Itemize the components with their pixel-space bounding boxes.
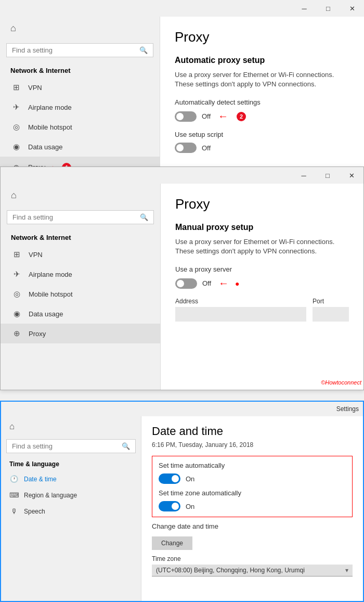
- sidebar-label-hotspot-top: Mobile hotspot: [28, 123, 72, 131]
- data-icon-mid: ◉: [11, 309, 22, 318]
- maximize-button-top[interactable]: □: [316, 0, 340, 17]
- close-button-mid[interactable]: ✕: [340, 167, 363, 184]
- vpn-icon-top: ⊞: [10, 83, 22, 92]
- auto-detect-slider: [175, 111, 197, 122]
- use-proxy-toggle[interactable]: [175, 278, 197, 289]
- search-input-top[interactable]: [12, 46, 139, 54]
- auto-time-label: Set time automatically: [159, 462, 346, 469]
- use-proxy-toggle-text: Off: [202, 279, 211, 287]
- auto-time-toggle-text: On: [186, 475, 194, 483]
- home-icon-mid[interactable]: ⌂: [1, 184, 160, 207]
- setup-script-slider: [175, 143, 197, 153]
- sidebar-item-airplane-top[interactable]: ✈ Airplane mode: [0, 97, 160, 117]
- sidebar-item-speech-bottom[interactable]: 🎙 Speech: [1, 503, 141, 519]
- auto-time-toggle[interactable]: [159, 473, 180, 484]
- speech-icon-bottom: 🎙: [9, 507, 19, 515]
- auto-timezone-toggle[interactable]: [159, 501, 180, 511]
- current-datetime-display: 6:16 PM, Tuesday, January 16, 2018: [152, 441, 353, 449]
- home-icon-bottom[interactable]: ⌂: [1, 416, 141, 437]
- search-box-bottom[interactable]: 🔍: [6, 439, 136, 453]
- address-port-row: Address Port: [175, 298, 349, 322]
- use-proxy-label: Use a proxy server: [175, 265, 349, 273]
- port-label: Port: [313, 298, 349, 305]
- search-box-mid[interactable]: 🔍: [7, 210, 154, 224]
- annotation-arrow-2: ←: [218, 110, 228, 122]
- sidebar-label-data-top: Data usage: [28, 143, 63, 151]
- minimize-button-mid[interactable]: ─: [292, 167, 316, 184]
- airplane-icon-top: ✈: [10, 103, 22, 112]
- auto-detect-row: Automatically detect settings Off ← 2: [175, 98, 349, 122]
- timezone-label: Time zone: [152, 555, 353, 562]
- sidebar-label-region-bottom: Region & language: [24, 492, 77, 499]
- title-bar-label-bottom: Settings: [336, 405, 359, 413]
- sidebar-item-vpn-mid[interactable]: ⊞ VPN: [1, 245, 160, 264]
- sidebar-item-region-bottom[interactable]: ⌨ Region & language: [1, 487, 141, 503]
- window-mid-body: ⌂ 🔍 Network & Internet ⊞ VPN ✈ Airplane …: [1, 184, 363, 390]
- proxy-icon-mid: ⊕: [11, 329, 22, 338]
- vpn-icon-mid: ⊞: [11, 250, 22, 259]
- sidebar-bottom: ⌂ 🔍 Time & language 🕐 Date & time ⌨ Regi…: [1, 416, 141, 601]
- section-title-auto: Automatic proxy setup: [175, 56, 349, 65]
- setup-script-label: Use setup script: [175, 131, 349, 138]
- timezone-row[interactable]: (UTC+08:00) Beijing, Chongqing, Hong Kon…: [152, 565, 353, 577]
- auto-time-slider: [159, 473, 180, 484]
- sidebar-item-hotspot-top[interactable]: ◎ Mobile hotspot: [0, 117, 160, 137]
- sidebar-item-data-mid[interactable]: ◉ Data usage: [1, 304, 160, 324]
- sidebar-label-airplane-top: Airplane mode: [28, 104, 72, 111]
- page-title-bottom: Date and time: [152, 425, 353, 438]
- airplane-icon-mid: ✈: [11, 270, 22, 279]
- watermark-mid: ©Howtoconnect: [321, 379, 361, 386]
- search-box-top[interactable]: 🔍: [6, 43, 153, 57]
- sidebar-label-vpn-mid: VPN: [29, 251, 43, 259]
- sidebar-label-airplane-mid: Airplane mode: [29, 271, 72, 278]
- setup-script-toggle-row: Off: [175, 143, 349, 153]
- sidebar-label-vpn-top: VPN: [28, 84, 42, 92]
- close-button-top[interactable]: ✕: [340, 0, 364, 17]
- sidebar-item-proxy-mid[interactable]: ⊕ Proxy: [1, 324, 160, 343]
- home-icon-top[interactable]: ⌂: [0, 17, 160, 40]
- address-input[interactable]: [175, 307, 306, 322]
- window-bottom-body: ⌂ 🔍 Time & language 🕐 Date & time ⌨ Regi…: [1, 416, 363, 601]
- section-desc-mid: Use a proxy server for Ethernet or Wi-Fi…: [175, 237, 349, 256]
- setup-script-row: Use setup script Off: [175, 131, 349, 153]
- main-content-bottom: Date and time 6:16 PM, Tuesday, January …: [141, 416, 363, 601]
- change-button[interactable]: Change: [152, 536, 192, 550]
- sidebar-item-hotspot-mid[interactable]: ◎ Mobile hotspot: [1, 284, 160, 304]
- timezone-value: (UTC+08:00) Beijing, Chongqing, Hong Kon…: [156, 567, 305, 574]
- badge-2: 2: [237, 112, 246, 121]
- auto-timezone-toggle-text: On: [186, 503, 194, 510]
- setup-script-toggle[interactable]: [175, 143, 197, 153]
- sidebar-item-vpn-top[interactable]: ⊞ VPN: [0, 78, 160, 97]
- section-title-manual: Manual proxy setup: [175, 223, 349, 232]
- annotation-arrow-proxy: ←: [218, 277, 229, 289]
- sidebar-item-airplane-mid[interactable]: ✈ Airplane mode: [1, 264, 160, 284]
- search-icon-mid: 🔍: [140, 213, 148, 221]
- region-icon-bottom: ⌨: [9, 491, 19, 499]
- sidebar-mid: ⌂ 🔍 Network & Internet ⊞ VPN ✈ Airplane …: [1, 184, 161, 390]
- auto-detect-toggle[interactable]: [175, 111, 197, 122]
- proxy-manual-window: ─ □ ✕ ⌂ 🔍 Network & Internet ⊞ VPN ✈ Air…: [0, 166, 364, 390]
- hotspot-icon-top: ◎: [10, 122, 22, 132]
- search-input-mid[interactable]: [12, 213, 140, 221]
- minimize-button-top[interactable]: ─: [292, 0, 316, 17]
- maximize-button-mid[interactable]: □: [316, 167, 340, 184]
- search-icon-top: 🔍: [139, 46, 148, 54]
- auto-timezone-label: Set time zone automatically: [159, 489, 346, 497]
- sidebar-label-proxy-mid: Proxy: [29, 330, 46, 338]
- sidebar-label-speech-bottom: Speech: [24, 508, 45, 515]
- datetime-window: Settings ⌂ 🔍 Time & language 🕐 Date & ti…: [0, 401, 364, 602]
- title-bar-mid: ─ □ ✕: [1, 167, 363, 184]
- port-input[interactable]: [313, 307, 349, 322]
- page-title-top: Proxy: [175, 29, 349, 45]
- sidebar-item-data-top[interactable]: ◉ Data usage: [0, 137, 160, 157]
- page-title-mid: Proxy: [175, 196, 349, 212]
- use-proxy-row: Use a proxy server Off ← ●: [175, 265, 349, 289]
- data-icon-top: ◉: [10, 142, 22, 151]
- sidebar-label-data-mid: Data usage: [29, 310, 63, 318]
- search-icon-bottom: 🔍: [122, 442, 130, 450]
- auto-detect-label: Automatically detect settings: [175, 98, 349, 106]
- sidebar-item-datetime-bottom[interactable]: 🕐 Date & time: [1, 471, 141, 487]
- search-input-bottom[interactable]: [12, 442, 122, 450]
- sidebar-section-title-mid: Network & Internet: [1, 229, 160, 245]
- section-desc-top: Use a proxy server for Ethernet or Wi-Fi…: [175, 70, 349, 89]
